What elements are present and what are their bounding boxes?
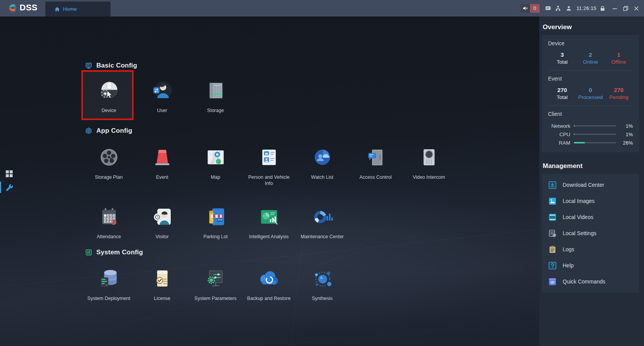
title-bar: DSS Home 0 xyxy=(0,0,644,16)
user-account-icon[interactable] xyxy=(566,5,572,12)
tile-visitor[interactable]: Visitor xyxy=(135,204,189,240)
logs-icon xyxy=(548,245,557,254)
system-config-tiles: System Deployment License xyxy=(82,266,349,302)
divider xyxy=(548,70,633,71)
tile-label: Backup and Restore xyxy=(247,295,291,302)
event-stats: 270 Total 0 Processed 270 Pending xyxy=(548,87,633,100)
dss-client-window: { "window": { "logo_text": "DSS", "tab_h… xyxy=(0,0,644,346)
close-button[interactable] xyxy=(633,5,639,12)
apps-grid-icon[interactable] xyxy=(5,169,14,178)
tile-synthesis[interactable]: Synthesis xyxy=(296,266,349,302)
management-item-download-center[interactable]: Download Center xyxy=(548,177,633,193)
home-icon xyxy=(54,7,60,12)
tile-label: Synthesis xyxy=(312,295,332,302)
dss-logo-icon xyxy=(7,2,18,13)
tile-storage[interactable]: Storage xyxy=(189,78,242,114)
logo-text: DSS xyxy=(20,3,38,13)
app-config-tiles-row1: Storage Plan Event xyxy=(82,145,456,187)
tools-wrench-icon[interactable] xyxy=(5,183,14,192)
help-icon xyxy=(548,261,557,270)
tile-backup-restore[interactable]: Backup and Restore xyxy=(242,266,296,302)
local-videos-icon xyxy=(548,213,557,222)
video-intercom-icon xyxy=(417,145,441,170)
tile-storage-plan[interactable]: Storage Plan xyxy=(82,145,135,187)
stat-device-total: 3 Total xyxy=(548,51,576,65)
intelligent-analysis-icon xyxy=(257,204,281,229)
section-title: System Config xyxy=(96,249,143,256)
tile-label: Storage Plan xyxy=(95,174,122,180)
stat-event-total: 270 Total xyxy=(548,87,576,100)
section-title: Basic Config xyxy=(96,62,137,69)
tab-home-label: Home xyxy=(63,6,77,12)
management-item-local-settings[interactable]: Local Settings xyxy=(548,225,633,241)
tile-label: Visitor xyxy=(155,234,169,240)
license-icon xyxy=(150,266,175,291)
lock-icon[interactable] xyxy=(599,5,606,12)
speaker-muted-icon xyxy=(520,4,530,13)
tile-license[interactable]: License xyxy=(135,266,189,302)
tile-maintenance-center[interactable]: Maintenance Center xyxy=(296,204,349,240)
sitemap-icon[interactable] xyxy=(555,5,561,12)
tile-user[interactable]: User xyxy=(135,78,189,114)
tile-watch-list[interactable]: Watch List xyxy=(296,145,349,187)
tile-label: Device xyxy=(101,107,116,114)
tile-system-parameters[interactable]: System Parameters xyxy=(189,266,242,302)
restore-button[interactable] xyxy=(623,5,629,12)
user-icon xyxy=(150,78,175,103)
stat-event-pending: 270 Pending xyxy=(604,87,633,100)
tile-attendance[interactable]: Attendance xyxy=(82,204,135,240)
system-parameters-icon xyxy=(203,266,228,291)
overview-event-label: Event xyxy=(548,76,633,82)
tile-person-vehicle-info[interactable]: Person and Vehicle Info xyxy=(242,145,296,187)
clock-time: 11:26:15 xyxy=(576,5,596,11)
quick-commands-icon xyxy=(548,277,557,286)
watch-list-icon xyxy=(310,145,335,170)
overview-title: Overview xyxy=(543,23,639,31)
divider xyxy=(548,105,633,106)
tile-label: Maintenance Center xyxy=(301,234,344,240)
overview-device-label: Device xyxy=(548,40,633,46)
section-system-config: System Config xyxy=(85,249,143,256)
mute-badge[interactable]: 0 xyxy=(520,4,540,13)
management-item-logs[interactable]: Logs xyxy=(548,241,633,257)
titlebar-controls: 0 11:26:15 xyxy=(520,0,644,16)
visitor-icon xyxy=(150,204,175,229)
attendance-icon xyxy=(97,204,121,229)
dss-logo: DSS xyxy=(7,2,38,13)
local-images-icon xyxy=(548,197,557,206)
section-app-config: App Config xyxy=(85,127,132,135)
minimize-button[interactable] xyxy=(612,5,618,12)
overview-client-label: Client xyxy=(548,111,633,117)
meter-network: Network 1% xyxy=(548,122,633,130)
tile-parking-lot[interactable]: Parking Lot xyxy=(189,204,242,240)
home-canvas: Basic Config Device xyxy=(0,16,539,346)
section-title: App Config xyxy=(96,127,132,135)
management-item-local-images[interactable]: Local Images xyxy=(548,193,633,209)
tile-video-intercom[interactable]: Video Intercom xyxy=(402,145,456,187)
tab-home[interactable]: Home xyxy=(45,2,111,16)
management-title: Management xyxy=(543,162,639,170)
tile-event[interactable]: Event xyxy=(135,145,189,187)
management-item-quick-commands[interactable]: Quick Commands xyxy=(548,274,633,290)
meter-track xyxy=(574,133,616,135)
client-meters: Network 1% CPU 1% RAM 26% xyxy=(548,122,633,147)
device-stats: 3 Total 2 Online 1 Offline xyxy=(548,51,633,65)
access-control-icon xyxy=(363,145,388,170)
management-item-local-videos[interactable]: Local Videos xyxy=(548,209,633,225)
tile-device[interactable]: Device xyxy=(82,78,135,114)
tile-intelligent-analysis[interactable]: Intelligent Analysis xyxy=(242,204,296,240)
tile-access-control[interactable]: Access Control xyxy=(349,145,402,187)
tile-label: Access Control xyxy=(359,174,391,180)
mute-count: 0 xyxy=(530,4,540,13)
person-vehicle-icon xyxy=(257,145,281,170)
tile-system-deployment[interactable]: System Deployment xyxy=(82,266,135,302)
storage-icon xyxy=(203,78,228,103)
feedback-icon[interactable] xyxy=(545,5,551,12)
tile-label: Person and Vehicle Info xyxy=(244,174,294,187)
system-deployment-icon xyxy=(97,266,121,291)
stat-device-online: 2 Online xyxy=(576,51,605,65)
management-item-help[interactable]: Help xyxy=(548,257,633,274)
section-basic-config: Basic Config xyxy=(85,62,137,69)
overview-card: Device 3 Total 2 Online 1 Offline Event … xyxy=(542,35,639,152)
tile-map[interactable]: Map xyxy=(189,145,242,187)
